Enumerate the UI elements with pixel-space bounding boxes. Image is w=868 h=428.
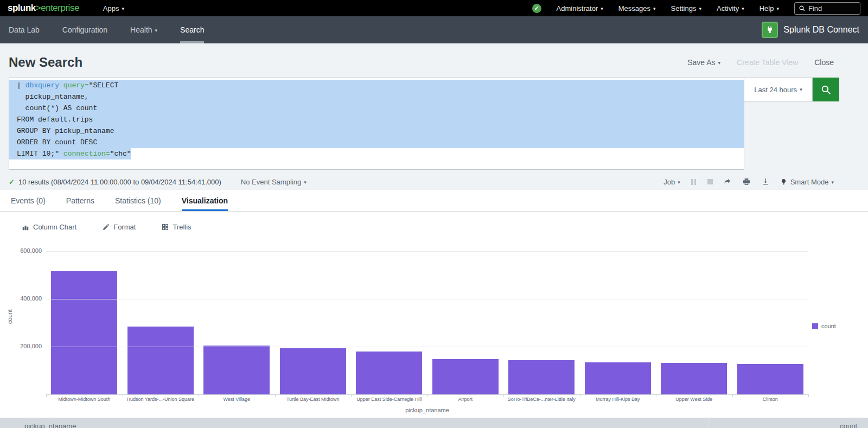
y-tick-label: 600,000 — [4, 247, 42, 254]
trellis-button[interactable]: Trellis — [162, 223, 191, 231]
stop-icon[interactable] — [707, 179, 713, 184]
bar-airport[interactable] — [432, 359, 499, 394]
chart-type-button[interactable]: Column Chart — [22, 223, 76, 231]
apps-menu[interactable]: Apps — [103, 4, 124, 12]
tab-patterns[interactable]: Patterns — [66, 190, 94, 211]
gridline — [46, 347, 808, 347]
query-line: | dbxquery query="SELECT — [9, 80, 744, 91]
menu-administrator[interactable]: Administrator — [557, 4, 603, 12]
query-line: ORDER BY count DESC — [9, 137, 744, 148]
x-tick — [732, 394, 733, 397]
chart-legend[interactable]: count — [812, 323, 836, 329]
bar-clinton[interactable] — [737, 364, 803, 394]
topbar-right: ✓ AdministratorMessagesSettingsActivityH… — [532, 2, 860, 15]
statistics-table-header[interactable]: pickup_ntaname count — [0, 418, 868, 428]
x-tick-label: Murray Hill-Kips Bay — [596, 397, 640, 402]
event-sampling-menu[interactable]: No Event Sampling — [241, 178, 307, 186]
appnav-health[interactable]: Health — [130, 16, 157, 43]
results-check-icon: ✓ — [9, 178, 15, 186]
bar-slot: Upper West Side — [656, 251, 732, 394]
bar-upper-west-side[interactable] — [661, 363, 727, 394]
x-tick-label: Turtle Bay-East Midtown — [286, 397, 340, 402]
share-icon[interactable] — [723, 177, 732, 186]
app-identity[interactable]: Splunk DB Connect — [762, 22, 859, 38]
pencil-icon — [103, 223, 110, 231]
menu-messages[interactable]: Messages — [618, 4, 656, 12]
job-controls: Job Smart Mode — [663, 177, 834, 186]
search-query-input[interactable]: | dbxquery query="SELECT pickup_ntaname,… — [9, 78, 744, 170]
x-tick — [503, 394, 504, 397]
create-table-view-button: Create Table View — [737, 58, 798, 67]
topbar: splunk>enterprise Apps ✓ AdministratorMe… — [0, 0, 868, 16]
app-navbar: Data LabConfigurationHealthSearch Splunk… — [0, 16, 868, 43]
menu-help[interactable]: Help — [760, 4, 779, 12]
x-tick-label: Upper West Side — [675, 397, 712, 402]
x-tick — [123, 394, 123, 397]
legend-label: count — [821, 323, 836, 329]
menu-settings[interactable]: Settings — [671, 4, 702, 12]
appnav-search[interactable]: Search — [180, 16, 204, 43]
query-line: FROM default.trips — [9, 114, 744, 125]
status-check-icon[interactable]: ✓ — [532, 4, 541, 13]
x-tick-label: Hudson Yards-...-Union Square — [126, 397, 194, 402]
x-tick — [46, 394, 47, 397]
pause-icon[interactable] — [691, 179, 697, 185]
query-line: LIMIT 10;" connection="chc" — [9, 148, 744, 159]
column-header-count[interactable]: count — [840, 422, 857, 428]
print-icon[interactable] — [742, 177, 751, 186]
x-tick-label: SoHo-TriBeCa-...nter-Little Italy — [508, 397, 576, 402]
y-tick-label: 400,000 — [4, 295, 42, 302]
tab-events-0[interactable]: Events (0) — [11, 190, 46, 211]
job-menu[interactable]: Job — [663, 178, 680, 186]
tab-statistics-10[interactable]: Statistics (10) — [115, 190, 161, 211]
x-tick-label: West Village — [223, 397, 250, 402]
bar-soho-tribeca-nter-little-italy[interactable] — [508, 360, 575, 394]
time-range-picker[interactable]: Last 24 hours — [744, 78, 813, 101]
search-mode-selector[interactable]: Smart Mode — [780, 178, 834, 186]
appnav-configuration[interactable]: Configuration — [62, 16, 107, 43]
format-button[interactable]: Format — [103, 223, 136, 231]
save-as-button[interactable]: Save As — [687, 58, 720, 67]
header-links: Save As Create Table View Close — [687, 58, 834, 67]
page-title: New Search — [9, 55, 82, 70]
format-label: Format — [113, 223, 136, 231]
y-axis-title: count — [7, 309, 13, 324]
x-tick — [199, 394, 199, 397]
x-tick — [275, 394, 276, 397]
close-button[interactable]: Close — [814, 58, 834, 67]
bar-slot: Upper East Side-Carnegie Hill — [351, 251, 427, 394]
x-tick-label: Upper East Side-Carnegie Hill — [356, 397, 422, 402]
download-icon[interactable] — [761, 177, 770, 186]
bar-west-village[interactable] — [203, 346, 270, 394]
appnav-data-lab[interactable]: Data Lab — [9, 16, 40, 43]
topbar-menus: AdministratorMessagesSettingsActivityHel… — [557, 4, 779, 12]
find-input[interactable] — [808, 4, 854, 12]
x-tick — [351, 394, 352, 397]
x-tick — [656, 394, 656, 397]
bar-midtown-midtown-south[interactable] — [51, 271, 117, 394]
legend-swatch — [812, 323, 818, 329]
column-divider — [708, 418, 709, 428]
bar-hudson-yards-union-square[interactable] — [127, 327, 194, 394]
bar-turtle-bay-east-midtown[interactable] — [280, 348, 346, 394]
bar-upper-east-side-carnegie-hill[interactable] — [356, 352, 422, 394]
tab-visualization[interactable]: Visualization — [182, 190, 228, 211]
bar-slot: Turtle Bay-East Midtown — [275, 251, 352, 394]
gridline — [46, 251, 808, 252]
trellis-grid-icon — [162, 223, 169, 231]
column-header-pickup-ntaname[interactable]: pickup_ntaname — [24, 422, 76, 428]
x-tick-label: Midtown-Midtown South — [58, 397, 110, 402]
column-chart-icon — [22, 223, 29, 231]
query-line: pickup_ntaname, — [9, 91, 744, 103]
splunk-logo[interactable]: splunk>enterprise — [8, 3, 79, 14]
results-summary: 10 results (08/04/2024 11:00:00.000 to 0… — [18, 178, 221, 186]
bar-slot: West Village — [199, 251, 275, 394]
query-line: GROUP BY pickup_ntaname — [9, 125, 744, 137]
run-search-button[interactable] — [813, 78, 839, 101]
viz-controls: Column Chart Format Trellis — [0, 212, 868, 242]
x-tick — [427, 394, 428, 397]
find-box[interactable] — [794, 2, 860, 15]
bar-murray-hill-kips-bay[interactable] — [585, 362, 651, 394]
menu-activity[interactable]: Activity — [717, 4, 744, 12]
db-connect-plug-icon — [762, 22, 778, 38]
